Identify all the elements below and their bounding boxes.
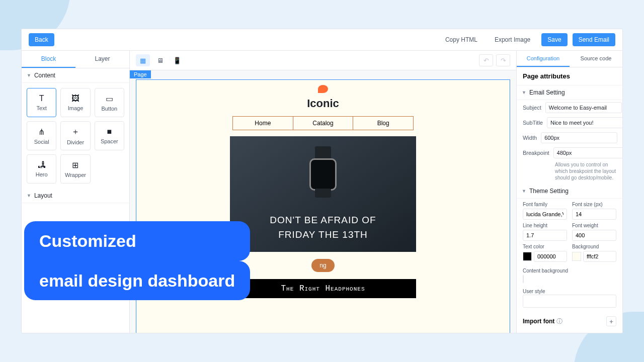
section-theme-setting[interactable]: ▼ Theme Setting bbox=[517, 184, 622, 199]
marketing-overlay: Customized email design dashboard bbox=[24, 221, 250, 300]
page-tag[interactable]: Page bbox=[130, 70, 151, 78]
tab-configuration[interactable]: Configuration bbox=[517, 51, 570, 67]
email-nav: Home Catalog Blog bbox=[232, 116, 414, 130]
section-layout[interactable]: ▼ Layout bbox=[22, 189, 129, 203]
input-line-height[interactable] bbox=[523, 230, 567, 241]
label-width: Width bbox=[523, 135, 537, 141]
block-social[interactable]: ⋔Social bbox=[27, 121, 56, 150]
label-line-height: Line height bbox=[523, 223, 567, 228]
export-image-button[interactable]: Export Image bbox=[489, 33, 536, 46]
input-text-color[interactable] bbox=[534, 251, 567, 262]
label-font-family: Font family bbox=[523, 202, 567, 207]
hero-block[interactable]: Don't be afraid of Friday the 13th bbox=[230, 136, 416, 252]
block-button[interactable]: ▭Button bbox=[95, 88, 124, 117]
tab-layer[interactable]: Layer bbox=[75, 51, 129, 68]
redo-button[interactable]: ↷ bbox=[496, 54, 510, 66]
email-logo bbox=[136, 80, 510, 95]
nav-blog[interactable]: Blog bbox=[353, 117, 413, 130]
top-toolbar: Back Copy HTML Export Image Save Send Em… bbox=[22, 29, 622, 51]
email-brand-title: Iconic bbox=[136, 97, 510, 110]
input-subject[interactable] bbox=[545, 102, 622, 113]
add-font-button[interactable]: + bbox=[606, 316, 616, 326]
device-edit-button[interactable]: ▦ bbox=[136, 54, 150, 66]
watch-strap-bottom bbox=[315, 189, 331, 198]
tab-source-code[interactable]: Source code bbox=[570, 51, 622, 67]
block-spacer[interactable]: ■Spacer bbox=[95, 121, 124, 150]
content-bg-swatch[interactable] bbox=[523, 275, 524, 283]
history-controls: ↶ ↷ bbox=[479, 54, 510, 66]
save-button[interactable]: Save bbox=[541, 33, 567, 46]
label-content-bg: Content background bbox=[523, 268, 568, 274]
label-import-font: Import font ⓘ bbox=[523, 317, 562, 326]
tab-block[interactable]: Block bbox=[22, 51, 75, 68]
divider-icon: ＋ bbox=[71, 127, 79, 137]
text-icon: T bbox=[39, 94, 44, 103]
block-divider[interactable]: ＋Divider bbox=[60, 121, 90, 150]
undo-button[interactable]: ↶ bbox=[479, 54, 493, 66]
input-breakpoint[interactable] bbox=[553, 147, 623, 158]
label-font-size: Font size (px) bbox=[572, 202, 616, 207]
section-content-label: Content bbox=[34, 72, 55, 79]
input-background[interactable] bbox=[583, 251, 616, 262]
device-desktop-button[interactable]: 🖥 bbox=[153, 54, 167, 66]
bg-color-swatch[interactable] bbox=[572, 252, 581, 261]
chevron-down-icon: ▼ bbox=[522, 189, 526, 194]
input-width[interactable] bbox=[541, 132, 617, 143]
spacer-icon: ■ bbox=[107, 127, 112, 136]
cta-button[interactable]: ng bbox=[311, 259, 334, 272]
hero-icon: 🏞 bbox=[38, 160, 46, 169]
input-subtitle[interactable] bbox=[547, 117, 623, 128]
text-color-swatch[interactable] bbox=[523, 252, 532, 261]
speech-bubble-icon bbox=[318, 85, 328, 93]
chevron-down-icon: ▼ bbox=[27, 73, 31, 78]
right-tabs: Configuration Source code bbox=[517, 51, 622, 67]
image-icon: 🖼 bbox=[71, 94, 79, 103]
label-font-weight: Font weight bbox=[572, 223, 616, 228]
section-email-setting[interactable]: ▼ Email Setting bbox=[517, 85, 622, 100]
button-icon: ▭ bbox=[106, 94, 113, 104]
section-content[interactable]: ▼ Content bbox=[22, 68, 129, 83]
label-subject: Subject bbox=[523, 105, 541, 111]
block-image[interactable]: 🖼Image bbox=[60, 88, 90, 117]
hero-headline: Don't be afraid of Friday the 13th bbox=[270, 213, 376, 242]
copy-html-button[interactable]: Copy HTML bbox=[439, 33, 484, 46]
device-mobile-button[interactable]: 📱 bbox=[170, 54, 184, 66]
info-icon: ⓘ bbox=[556, 318, 562, 325]
panel-title: Page attributes bbox=[517, 67, 622, 85]
device-bar: ▦ 🖥 📱 ↶ ↷ bbox=[130, 51, 516, 70]
send-email-button[interactable]: Send Email bbox=[573, 33, 615, 46]
input-font-weight[interactable] bbox=[572, 230, 616, 241]
input-font-size[interactable] bbox=[572, 209, 616, 220]
chevron-down-icon: ▼ bbox=[522, 90, 526, 95]
nav-catalog[interactable]: Catalog bbox=[293, 117, 354, 130]
block-grid: TText 🖼Image ▭Button ⋔Social ＋Divider ■S… bbox=[22, 83, 129, 189]
chevron-down-icon: ▼ bbox=[27, 193, 31, 198]
block-hero[interactable]: 🏞Hero bbox=[27, 154, 56, 184]
overlay-line2: email design dashboard bbox=[24, 261, 250, 301]
input-font-family[interactable] bbox=[523, 209, 567, 220]
left-tabs: Block Layer bbox=[22, 51, 129, 68]
back-button[interactable]: Back bbox=[29, 33, 54, 46]
overlay-line1: Customized bbox=[24, 221, 250, 261]
breakpoint-helper: Allows you to control on which breakpoin… bbox=[517, 160, 622, 184]
label-user-style: User style bbox=[523, 289, 545, 294]
nav-home[interactable]: Home bbox=[233, 117, 293, 130]
social-icon: ⋔ bbox=[38, 127, 45, 137]
watch-strap-top bbox=[315, 146, 331, 159]
block-wrapper[interactable]: ⊞Wrapper bbox=[60, 154, 90, 184]
block-text[interactable]: TText bbox=[27, 88, 56, 117]
headphones-banner[interactable]: The Right Headphones bbox=[230, 279, 416, 298]
section-layout-label: Layout bbox=[34, 192, 52, 199]
smartwatch-image bbox=[309, 158, 337, 191]
input-user-style[interactable] bbox=[523, 295, 616, 308]
label-breakpoint: Breakpoint bbox=[523, 150, 549, 156]
label-background: Background bbox=[572, 244, 616, 249]
label-subtitle: SubTitle bbox=[523, 120, 543, 126]
label-text-color: Text color bbox=[523, 244, 567, 249]
right-sidebar: Configuration Source code Page attribute… bbox=[517, 51, 622, 333]
wrapper-icon: ⊞ bbox=[72, 160, 78, 170]
